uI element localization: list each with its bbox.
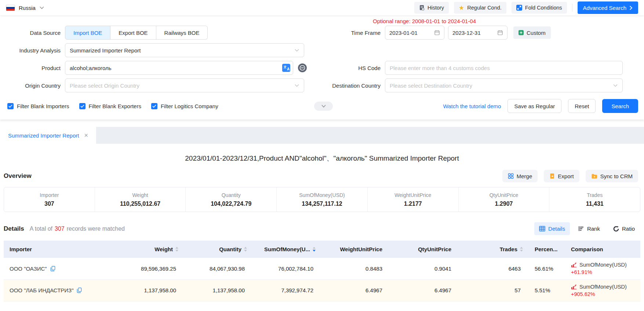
table-row: ООО "ЛАБ ИНДАСТРИЗ" 1,137,958.00 1,137,9… — [4, 279, 640, 301]
stat-value: 110,255,012.67 — [120, 201, 160, 207]
tab-summarized-importer-report[interactable]: Summarized Importer Report × — [0, 127, 96, 144]
overview-heading: Overview — [4, 172, 32, 180]
view-ratio-button[interactable]: Ratio — [608, 222, 640, 235]
close-icon[interactable]: × — [84, 132, 88, 139]
filter-blank-importers-checkbox[interactable]: Filter Blank Importers — [7, 103, 69, 109]
rank-icon — [578, 226, 584, 231]
checkbox-checked-icon — [151, 103, 157, 109]
data-source-export-boe[interactable]: Export BOE — [110, 26, 156, 40]
table-row: ООО "ОАЗИС" 89,596,369.25 84,067,930.98 … — [4, 258, 640, 279]
sort-icons[interactable] — [175, 247, 178, 252]
comparison-metric: SumOfMoney(USD) — [579, 284, 627, 290]
stat-label: Trades — [587, 192, 603, 198]
country-selector[interactable]: Russia — [6, 5, 44, 11]
destination-country-select[interactable]: Please select Destination Country — [385, 78, 623, 92]
stat-value: 11,431 — [586, 201, 604, 207]
custom-label: Custom — [527, 30, 546, 36]
match-mode-icon[interactable] — [298, 63, 307, 73]
regular-cond-label: Regular Cond. — [467, 5, 502, 11]
quantity-cell: 84,067,930.98 — [184, 258, 253, 279]
records-matched-note: A total of307records were matched — [30, 226, 125, 232]
fold-conditions-icon — [516, 5, 522, 11]
save-as-regular-button[interactable]: Save as Regular — [507, 99, 561, 113]
merge-label: Merge — [517, 173, 532, 179]
merge-button[interactable]: Merge — [502, 170, 538, 182]
sort-icons[interactable] — [244, 247, 247, 252]
time-frame-label: Time Frame — [312, 30, 381, 36]
data-source-label: Data Source — [0, 30, 61, 36]
hs-code-input[interactable] — [385, 61, 623, 75]
product-input[interactable] — [65, 61, 293, 75]
col-trades[interactable]: Trades — [459, 241, 529, 258]
stat-label: Weight — [132, 192, 148, 198]
percent-cell: 5.51% — [529, 279, 565, 301]
trades-cell: 6463 — [459, 258, 529, 279]
checkbox-checked-icon — [7, 103, 14, 109]
checkbox-checked-icon — [79, 103, 85, 109]
stat-label: Quantity — [222, 192, 241, 198]
stat-quantity: Quantity104,022,724.79 — [185, 187, 276, 212]
data-source-railways-boe[interactable]: Railways BOE — [156, 26, 208, 40]
origin-country-select[interactable]: Please select Origin Country — [65, 78, 304, 92]
result-tabstrip: Summarized Importer Report × — [0, 127, 644, 144]
weight-cell: 1,137,958.00 — [116, 279, 184, 301]
importer-name[interactable]: ООО "ОАЗИС" — [10, 266, 47, 272]
details-table: Importer Weight Quantity SumOfMoney(U...… — [4, 241, 640, 301]
star-icon: ★ — [459, 5, 464, 11]
trend-chart-icon — [571, 284, 577, 289]
sync-to-crm-button[interactable]: Sync to CRM — [586, 170, 638, 182]
advanced-search-label: Advanced Search — [583, 5, 626, 11]
sort-icons[interactable] — [520, 247, 523, 252]
view-rank-button[interactable]: Rank — [574, 222, 605, 235]
stat-label: SumOfMoney(USD) — [299, 192, 345, 198]
export-button[interactable]: Export — [544, 170, 579, 182]
col-sum-of-money[interactable]: SumOfMoney(U... — [253, 241, 321, 258]
form-row-data-source: Data Source Import BOE Export BOE Railwa… — [0, 26, 644, 40]
view-details-button[interactable]: Details — [534, 222, 570, 235]
col-comparison: Comparison — [565, 241, 640, 258]
advanced-search-button[interactable]: Advanced Search — [578, 1, 638, 14]
end-date-value: 2023-12-31 — [452, 30, 481, 36]
calendar-icon — [497, 30, 503, 36]
industry-analysis-value: Summarized Importer Report — [70, 47, 141, 54]
fold-conditions-button[interactable]: Fold Conditions — [512, 2, 567, 14]
tutorial-link[interactable]: Watch the tutorial demo — [443, 103, 501, 109]
filter-logitics-company-checkbox[interactable]: Filter Logitics Company — [151, 103, 218, 109]
weight-unit-price-cell: 0.8483 — [321, 258, 390, 279]
data-source-import-boe[interactable]: Import BOE — [65, 26, 110, 40]
col-weight[interactable]: Weight — [116, 241, 184, 258]
tab-title: Summarized Importer Report — [8, 132, 79, 139]
search-button[interactable]: Search — [602, 99, 638, 113]
start-date-field[interactable]: 2023-01-01 — [385, 26, 444, 40]
translate-icon[interactable]: A — [282, 64, 290, 72]
reset-button[interactable]: Reset — [568, 99, 596, 113]
copy-icon[interactable] — [77, 288, 82, 293]
topbar-actions: History ★ Regular Cond. Fold Conditions … — [414, 1, 638, 14]
search-form: Optional range: 2008-01-01 to 2024-01-04… — [0, 15, 644, 120]
history-icon — [419, 5, 425, 11]
importer-name[interactable]: ООО "ЛАБ ИНДАСТРИЗ" — [10, 287, 73, 293]
origin-country-label: Origin Country — [0, 83, 61, 89]
form-actions-row: Filter Blank Importers Filter Blank Expo… — [0, 99, 644, 113]
view-rank-label: Rank — [587, 226, 600, 232]
industry-analysis-label: Industry Analysis — [0, 47, 61, 54]
stat-value: 104,022,724.79 — [211, 201, 251, 207]
col-quantity[interactable]: Quantity — [184, 241, 253, 258]
sync-folder-icon — [591, 173, 597, 179]
industry-analysis-select[interactable]: Summarized Importer Report — [65, 43, 304, 57]
filter-blank-exporters-checkbox[interactable]: Filter Blank Exporters — [79, 103, 141, 109]
comparison-metric: SumOfMoney(USD) — [579, 262, 627, 268]
collapse-form-button[interactable] — [314, 102, 333, 111]
overview-buttons: Merge Export Sync to CRM — [502, 170, 640, 182]
regular-cond-button[interactable]: ★ Regular Cond. — [454, 2, 506, 14]
sync-to-crm-label: Sync to CRM — [600, 173, 633, 179]
copy-icon[interactable] — [50, 266, 55, 271]
comparison-cell: SumOfMoney(USD) +61.91% — [565, 258, 640, 279]
stat-label: Importer — [40, 192, 59, 198]
history-button[interactable]: History — [414, 2, 449, 14]
end-date-field[interactable]: 2023-12-31 — [448, 26, 507, 40]
sum-cell: 76,002,784.10 — [253, 258, 321, 279]
stat-trades: Trades11,431 — [549, 187, 640, 212]
custom-range-button[interactable]: Custom — [513, 26, 551, 39]
sort-icons-active-desc[interactable] — [313, 247, 316, 252]
